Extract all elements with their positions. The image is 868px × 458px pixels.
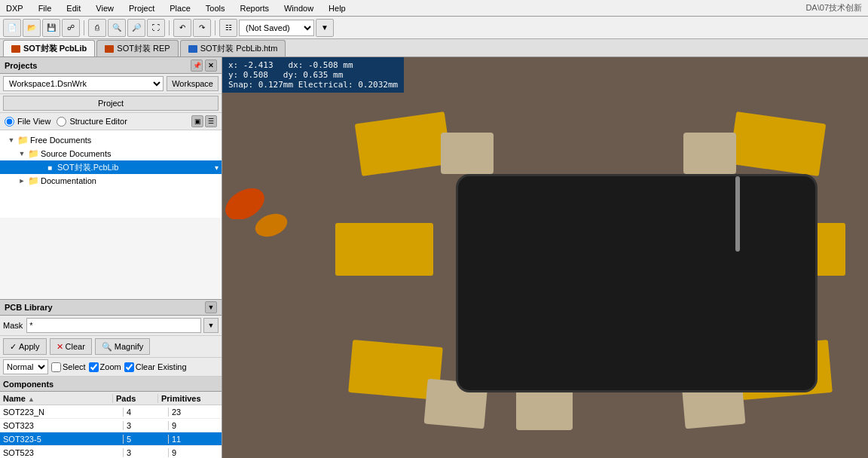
tab-htm[interactable]: SOT封装 PcbLib.htm bbox=[180, 40, 286, 56]
workspace-combo[interactable]: Workspace1.DsnWrk bbox=[3, 76, 164, 91]
ic-body-highlight bbox=[735, 176, 740, 252]
comp-primitives: 9 bbox=[169, 448, 222, 457]
component-row[interactable]: SOT223_N 4 23 bbox=[0, 405, 222, 419]
mask-input[interactable] bbox=[26, 318, 201, 333]
projects-pin-icon[interactable]: 📌 bbox=[191, 60, 203, 72]
file-pcblib-icon: ■ bbox=[44, 162, 56, 173]
pcblib-file-label: SOT封装.PcbLib bbox=[57, 162, 118, 173]
menu-help[interactable]: Help bbox=[326, 2, 349, 14]
file-view-input[interactable] bbox=[5, 117, 14, 127]
component-row[interactable]: SOT523 3 9 bbox=[0, 446, 222, 458]
col-header-pads[interactable]: Pads bbox=[113, 394, 158, 403]
structure-editor-input[interactable] bbox=[57, 117, 66, 127]
menu-dxp[interactable]: DXP bbox=[3, 2, 26, 14]
pcblib-title: PCB Library bbox=[5, 303, 53, 312]
pcblib-collapse-icon[interactable]: ▼ bbox=[205, 301, 217, 313]
tb-print[interactable]: ⎙ bbox=[88, 19, 106, 37]
comp-name: SOT223_N bbox=[0, 408, 124, 417]
menu-edit[interactable]: Edit bbox=[63, 2, 84, 14]
canvas-area[interactable]: x: -2.413 dx: -0.508 mm y: 0.508 dy: 0.6… bbox=[222, 57, 868, 458]
expand-source-docs: ▼ bbox=[17, 148, 27, 159]
magnify-label: Magnify bbox=[115, 342, 144, 351]
file-view-radio[interactable]: File View bbox=[5, 117, 50, 127]
tree-spacer bbox=[0, 218, 222, 299]
coordinates-display: x: -2.413 dx: -0.508 mm y: 0.508 dy: 0.6… bbox=[222, 57, 404, 93]
expand-free-docs: ▼ bbox=[6, 135, 17, 145]
select-label: Select bbox=[63, 362, 86, 371]
col-header-primitives[interactable]: Primitives bbox=[158, 394, 211, 403]
zoom-checkbox-group[interactable]: Zoom bbox=[89, 362, 121, 372]
tb-zoom-out[interactable]: 🔎 bbox=[127, 19, 145, 37]
col-header-name[interactable]: Name ▲ bbox=[0, 394, 113, 403]
menu-window[interactable]: Window bbox=[281, 2, 316, 14]
components-list: SOT223_N 4 23 SOT323 3 9 SOT323-5 5 11 S… bbox=[0, 405, 222, 458]
tab-rep[interactable]: SOT封装 REP bbox=[96, 40, 178, 56]
tb-open[interactable]: 📂 bbox=[23, 19, 41, 37]
components-header: Components bbox=[0, 377, 222, 392]
menu-project[interactable]: Project bbox=[126, 2, 157, 14]
tab-pcblib-label: SOT封装 PcbLib bbox=[23, 43, 87, 54]
menu-reports[interactable]: Reports bbox=[237, 2, 272, 14]
tb-zoom-in[interactable]: 🔍 bbox=[108, 19, 126, 37]
projects-close-icon[interactable]: ✕ bbox=[205, 60, 217, 72]
tab-pcblib-icon bbox=[11, 45, 20, 53]
menu-view[interactable]: View bbox=[93, 2, 117, 14]
select-checkbox-group[interactable]: Select bbox=[51, 362, 86, 372]
main-area: Projects 📌 ✕ Workspace1.DsnWrk Workspace… bbox=[0, 57, 868, 458]
pcblib-header-icons: ▼ bbox=[205, 301, 217, 313]
workspace-button[interactable]: Workspace bbox=[167, 76, 219, 91]
tb-saveall[interactable]: ☍ bbox=[62, 19, 80, 37]
mode-combo[interactable]: Normal bbox=[3, 359, 48, 374]
clear-button[interactable]: ✕ Clear bbox=[50, 338, 92, 355]
component-row[interactable]: SOT323 3 9 bbox=[0, 419, 222, 432]
tb-new[interactable]: 📄 bbox=[3, 19, 21, 37]
folder-source-docs-icon: 📁 bbox=[27, 148, 39, 159]
tree-documentation[interactable]: ► 📁 Documentation bbox=[0, 174, 222, 188]
pad-right-top bbox=[729, 111, 827, 176]
col-name-label: Name bbox=[3, 394, 26, 403]
select-checkbox[interactable] bbox=[51, 362, 61, 372]
mask-dropdown[interactable]: ▼ bbox=[203, 318, 219, 333]
tree-pcblib-file[interactable]: ■ SOT封装.PcbLib ▾ bbox=[0, 160, 222, 174]
zoom-checkbox[interactable] bbox=[89, 362, 99, 372]
menu-file[interactable]: File bbox=[35, 2, 55, 14]
magnify-icon: 🔍 bbox=[102, 342, 112, 352]
structure-editor-radio[interactable]: Structure Editor bbox=[57, 117, 127, 127]
clear-existing-checkbox[interactable] bbox=[124, 362, 134, 372]
comp-pads: 3 bbox=[124, 421, 169, 430]
tab-pcblib[interactable]: SOT封装 PcbLib bbox=[3, 40, 95, 56]
checkmark-icon: ✓ bbox=[10, 342, 17, 352]
tb-redo[interactable]: ↷ bbox=[193, 19, 211, 37]
comp-name: SOT323-5 bbox=[0, 435, 124, 444]
magnify-button[interactable]: 🔍 Magnify bbox=[95, 338, 151, 355]
component-row[interactable]: SOT323-5 5 11 bbox=[0, 432, 222, 446]
menu-tools[interactable]: Tools bbox=[203, 2, 228, 14]
apply-button[interactable]: ✓ Apply bbox=[3, 338, 47, 355]
comp-name: SOT323 bbox=[0, 421, 124, 430]
project-button[interactable]: Project bbox=[3, 96, 219, 111]
menu-place[interactable]: Place bbox=[167, 2, 194, 14]
ic-body bbox=[456, 174, 818, 392]
project-btn-row: Project bbox=[0, 94, 222, 113]
free-docs-label: Free Documents bbox=[30, 136, 91, 145]
tb-save[interactable]: 💾 bbox=[42, 19, 60, 37]
menubar: DXP File Edit View Project Place Tools R… bbox=[0, 0, 868, 17]
view-icon-1[interactable]: ▣ bbox=[191, 115, 203, 127]
pcblib-header: PCB Library ▼ bbox=[0, 299, 222, 316]
teardrop-2 bbox=[252, 204, 290, 240]
components-container: Components Name ▲ Pads Primitives SOT223… bbox=[0, 377, 222, 458]
clear-existing-checkbox-group[interactable]: Clear Existing bbox=[124, 362, 187, 372]
mask-row: Mask ▼ bbox=[0, 316, 222, 336]
tb-undo[interactable]: ↶ bbox=[173, 19, 191, 37]
tb-dropdown[interactable]: ▼ bbox=[316, 19, 334, 37]
components-title: Components bbox=[3, 380, 53, 389]
coord-x-dx: x: -2.413 dx: -0.508 mm bbox=[228, 60, 398, 70]
tb-grid[interactable]: ☷ bbox=[219, 19, 237, 37]
view-icon-2[interactable]: ☰ bbox=[205, 115, 217, 127]
tb-zoom-fit[interactable]: ⛶ bbox=[147, 19, 165, 37]
not-saved-combo[interactable]: (Not Saved) bbox=[239, 20, 314, 36]
filter-buttons: ✓ Apply ✕ Clear 🔍 Magnify bbox=[0, 336, 222, 358]
tree-free-docs[interactable]: ▼ 📁 Free Documents bbox=[0, 133, 222, 147]
tree-source-docs[interactable]: ▼ 📁 Source Documents bbox=[0, 147, 222, 160]
toolbar-sep2 bbox=[169, 20, 170, 35]
